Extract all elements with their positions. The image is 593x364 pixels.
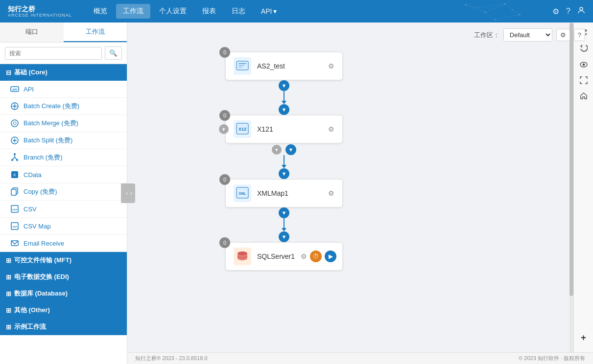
search-button[interactable]: 🔍 (105, 46, 122, 60)
sidebar-item-cdata[interactable]: C CData (0, 166, 127, 183)
nav-log[interactable]: 日志 (225, 4, 252, 19)
x121-bottom-left-connector[interactable]: ▾ (272, 145, 282, 155)
xmlmap-bottom-chevron[interactable]: ▼ (279, 207, 289, 218)
batch-create-label: Batch Create (免费) (24, 102, 79, 111)
xmlmap-top-chevron[interactable]: ▼ (279, 168, 289, 179)
section-other[interactable]: ⊞ 其他 (Other) (0, 302, 127, 318)
sidebar-item-api[interactable]: API API (0, 81, 127, 98)
api-icon: API (10, 84, 20, 94)
sidebar-item-branch[interactable]: Branch (免费) (0, 149, 127, 166)
workspace-help-btn[interactable]: ? (574, 29, 585, 41)
xmlmap-icon-box: XML (234, 184, 251, 202)
section-core[interactable]: ⊟ 基础 (Core) (0, 64, 127, 81)
x121-bottom-connectors: ▾ ▼ (272, 144, 296, 155)
nav-help-icon[interactable]: ? (566, 7, 570, 16)
nav-workflow[interactable]: 工作流 (116, 4, 150, 19)
sidebar-item-batch-split[interactable]: Batch Split (免费) (0, 132, 127, 149)
svg-text:csv: csv (12, 225, 17, 228)
tab-port[interactable]: 端口 (0, 23, 64, 42)
home-icon (580, 92, 588, 100)
sidebar-item-batch-create[interactable]: Batch Create (免费) (0, 98, 127, 115)
toolbar-fullscreen-btn[interactable] (577, 73, 591, 87)
section-database[interactable]: ⊞ 数据库 (Database) (0, 285, 127, 302)
app-subtitle: ARCESE INTERNATIONAL (8, 13, 72, 18)
node-sqlserver-wrapper: ▼ 0 SQLServer1 (225, 231, 343, 271)
workspace-select[interactable]: Default (503, 28, 552, 42)
search-input[interactable] (5, 47, 102, 60)
sqlserver-play-btn[interactable]: ▶ (325, 250, 336, 262)
svg-point-30 (16, 159, 18, 161)
email-receive-label: Email Receive (24, 240, 64, 247)
copy-icon (10, 187, 20, 197)
workspace-label: 工作区： (474, 31, 499, 40)
sqlserver-timer-btn[interactable]: ⏱ (310, 250, 322, 262)
x121-gear-btn[interactable]: ⚙ (328, 125, 334, 133)
toolbar-home-btn[interactable] (577, 89, 591, 103)
x121-top-chevron[interactable]: ▼ (279, 104, 289, 115)
section-examples-expand-icon: ⊞ (6, 323, 11, 331)
toolbar-view-btn[interactable] (577, 58, 591, 71)
sidebar-item-copy[interactable]: Copy (免费) (0, 183, 127, 201)
section-mft[interactable]: ⊞ 可控文件传输 (MFT) (0, 252, 127, 269)
section-examples[interactable]: ⊞ 示例工作流 (0, 318, 127, 335)
csvmap-label: CSV Map (24, 223, 51, 230)
csv-label: CSV (24, 205, 37, 213)
scrollbar[interactable] (569, 23, 573, 364)
sqlserver-badge: 0 (219, 237, 230, 248)
x121-title: X121 (257, 125, 322, 133)
batch-create-icon (10, 101, 20, 111)
workflow-container: 0 AS2_test ⚙ (225, 52, 343, 271)
as2-icon-box (234, 57, 251, 75)
app-name: 知行之桥 (8, 5, 72, 13)
section-other-label: 其他 (Other) (14, 306, 50, 315)
sqlserver-top-chevron[interactable]: ▼ (279, 231, 289, 242)
as2-gear-btn[interactable]: ⚙ (328, 62, 334, 70)
nav-user-icon[interactable] (577, 6, 585, 16)
batch-split-icon (10, 136, 20, 145)
section-edi-label: 电子数据交换 (EDI) (14, 273, 69, 281)
sidebar-item-email-receive[interactable]: Email Receive (0, 235, 127, 252)
toolbar-zoom-in-btn[interactable]: + (577, 331, 591, 344)
section-edi-expand-icon: ⊞ (6, 273, 11, 281)
nav-api[interactable]: API ▾ (254, 4, 284, 18)
as2-title: AS2_test (257, 62, 322, 70)
svg-text:API: API (12, 88, 17, 91)
section-database-label: 数据库 (Database) (14, 289, 68, 298)
sidebar-item-csvmap[interactable]: csv CSV Map (0, 218, 127, 235)
svg-rect-43 (238, 67, 242, 68)
as2-icon (236, 59, 249, 73)
right-toolbar: + − (573, 23, 593, 364)
as2-bottom-chevron[interactable]: ▼ (279, 80, 289, 91)
section-edi[interactable]: ⊞ 电子数据交换 (EDI) (0, 269, 127, 285)
x121-left-connector[interactable]: ▾ (219, 124, 229, 134)
workspace-settings-btn[interactable]: ⚙ (556, 29, 570, 41)
sidebar: 端口 工作流 🔍 ⊟ 基础 (Core) API (0, 23, 127, 364)
sidebar-item-batch-merge[interactable]: Batch Merge (免费) (0, 115, 127, 132)
nav-overview[interactable]: 概览 (87, 4, 114, 19)
nav-settings[interactable]: 个人设置 (152, 4, 193, 19)
sqlserver-gear-btn[interactable]: ⚙ (301, 252, 307, 260)
nav-report[interactable]: 报表 (195, 4, 223, 19)
section-mft-label: 可控文件传输 (MFT) (14, 256, 71, 265)
xmlmap-gear-btn[interactable]: ⚙ (328, 189, 334, 197)
node-x121: ▾ X12 X121 ⚙ (225, 115, 343, 143)
x121-bottom-right-chevron[interactable]: ▼ (285, 144, 296, 155)
svg-point-29 (11, 159, 13, 161)
search-icon: 🔍 (109, 49, 118, 57)
section-other-expand-icon: ⊞ (6, 307, 11, 314)
nav-right-icons: ⚙ ? (552, 6, 585, 16)
nav-settings-icon[interactable]: ⚙ (552, 7, 559, 16)
batch-merge-label: Batch Merge (免费) (24, 119, 78, 128)
sidebar-item-csv[interactable]: csv CSV (0, 201, 127, 218)
node-as2: AS2_test ⚙ (225, 52, 343, 80)
zoom-in-icon: + (581, 333, 586, 343)
section-examples-label: 示例工作流 (14, 322, 46, 331)
canvas-left-expand-btn[interactable]: › (127, 183, 135, 203)
xmlmap-title: XMLMap1 (257, 189, 322, 197)
svg-point-23 (13, 122, 16, 125)
scrollbar-thumb (569, 23, 573, 296)
tab-workflow[interactable]: 工作流 (64, 23, 127, 42)
section-database-expand-icon: ⊞ (6, 290, 11, 297)
as2-bottom-connector: ▼ (279, 80, 289, 91)
footer: 知行之桥® 2023 - 23.0.8518.0 © 2023 知行软件 · 版… (127, 352, 593, 364)
